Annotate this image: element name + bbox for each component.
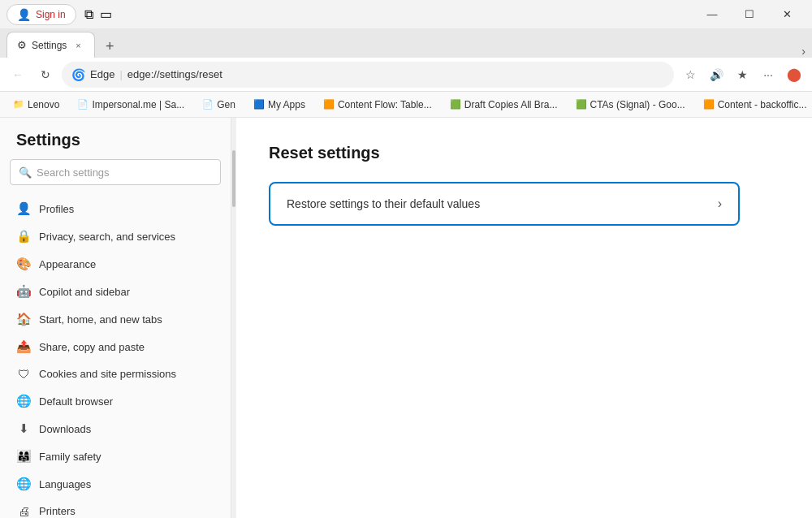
sidebar-item-default-browser[interactable]: 🌐 Default browser (0, 387, 231, 415)
bookmark-label: CTAs (Signal) - Goo... (590, 99, 685, 110)
tab-bar: ⚙ Settings × + › (0, 28, 812, 58)
sidebar-item-privacy[interactable]: 🔒 Privacy, search, and services (0, 222, 231, 250)
languages-icon: 🌐 (16, 477, 31, 491)
sidebar-item-label: Privacy, search, and services (39, 231, 175, 243)
sidebar-item-label: Copilot and sidebar (39, 286, 130, 298)
sidebar-item-appearance[interactable]: 🎨 Appearance (0, 250, 231, 278)
sidebar-item-downloads[interactable]: ⬇ Downloads (0, 415, 231, 442)
sidebar-item-cookies[interactable]: 🛡 Cookies and site permissions (0, 360, 231, 387)
tab-close-button[interactable]: × (71, 39, 84, 52)
sidebar-item-languages[interactable]: 🌐 Languages (0, 470, 231, 498)
sidebar-item-label: Cookies and site permissions (39, 368, 176, 380)
edge-logo-icon: 🌀 (71, 68, 85, 81)
search-settings-input[interactable]: 🔍 Search settings (10, 159, 221, 185)
new-tab-button[interactable]: + (98, 35, 121, 58)
sign-in-button[interactable]: 👤 Sign in (6, 4, 76, 25)
bookmark-label: Content Flow: Table... (338, 99, 432, 110)
search-icon: 🔍 (19, 166, 32, 179)
default-browser-icon: 🌐 (16, 394, 31, 408)
bookmark-gen[interactable]: 📄 Gen (196, 97, 242, 112)
bookmark-myapps[interactable]: 🟦 My Apps (247, 97, 312, 112)
sidebar-item-label: Share, copy and paste (39, 341, 145, 353)
browser-content: Settings 🔍 Search settings 👤 Profiles 🔒 … (0, 118, 812, 518)
edge-menu-button[interactable]: ⬤ (783, 63, 806, 86)
sidebar-item-start-home[interactable]: 🏠 Start, home, and new tabs (0, 305, 231, 333)
workspaces-icon[interactable]: ▭ (100, 6, 112, 22)
sidebar-item-label: Languages (39, 478, 91, 490)
bookmark-impersonal[interactable]: 📄 Impersonal.me | Sa... (71, 97, 191, 112)
add-favorites-button[interactable]: ★ (731, 63, 754, 86)
sidebar-item-printers[interactable]: 🖨 Printers (0, 498, 231, 518)
main-panel: Reset settings Restore settings to their… (236, 118, 812, 518)
more-button[interactable]: ··· (757, 63, 780, 86)
bookmark-label: My Apps (268, 99, 305, 110)
bookmark-label: Gen (217, 99, 235, 110)
copilot-icon: 🤖 (16, 284, 31, 299)
address-url: edge://settings/reset (127, 68, 222, 80)
bookmark-icon: 🟧 (703, 99, 715, 110)
bookmark-icon: 🟩 (576, 99, 587, 110)
title-bar: 👤 Sign in ⧉ ▭ — ☐ ✕ (0, 0, 812, 28)
reload-button[interactable]: ↻ (34, 63, 57, 86)
bookmark-label: Impersonal.me | Sa... (92, 99, 184, 110)
nav-bar: ← ↻ 🌀 Edge | edge://settings/reset ☆ 🔊 ★… (0, 58, 812, 92)
sidebar-item-label: Printers (39, 505, 76, 517)
sidebar-item-family-safety[interactable]: 👨‍👩‍👧 Family safety (0, 442, 231, 470)
restore-settings-label: Restore settings to their default values (287, 197, 480, 210)
restore-settings-card[interactable]: Restore settings to their default values… (269, 182, 740, 226)
close-button[interactable]: ✕ (768, 0, 806, 28)
sidebar-item-label: Family safety (39, 451, 102, 463)
collections-icon[interactable]: ⧉ (84, 7, 93, 22)
sidebar-item-share[interactable]: 📤 Share, copy and paste (0, 333, 231, 360)
tab-more-button[interactable]: › (801, 45, 806, 58)
bookmark-label: Draft Copies All Bra... (464, 99, 558, 110)
appearance-icon: 🎨 (16, 257, 31, 271)
maximize-button[interactable]: ☐ (731, 0, 768, 28)
sidebar-item-label: Downloads (39, 423, 91, 435)
cookies-icon: 🛡 (16, 367, 31, 381)
sidebar-item-label: Profiles (39, 203, 74, 215)
sidebar-item-label: Appearance (39, 258, 96, 270)
settings-tab[interactable]: ⚙ Settings × (6, 32, 95, 58)
favorites-button[interactable]: ☆ (679, 63, 702, 86)
family-safety-icon: 👨‍👩‍👧 (16, 449, 31, 464)
bookmark-label: Content - backoffic... (718, 99, 807, 110)
sidebar-item-label: Default browser (39, 395, 113, 408)
nav-right-icons: ☆ 🔊 ★ ··· ⬤ (679, 63, 806, 86)
read-aloud-button[interactable]: 🔊 (705, 63, 728, 86)
bookmark-icon: 🟧 (323, 99, 335, 110)
start-home-icon: 🏠 (16, 312, 31, 326)
bookmark-icon: 🟦 (253, 99, 265, 110)
downloads-icon: ⬇ (16, 421, 31, 436)
tab-title: Settings (32, 40, 67, 51)
bookmark-lenovo[interactable]: 📁 Lenovo (6, 97, 66, 112)
bookmark-contentflow[interactable]: 🟧 Content Flow: Table... (317, 97, 438, 112)
sign-in-label: Sign in (36, 9, 66, 20)
profiles-icon: 👤 (16, 201, 31, 216)
sidebar-scrollbar-thumb[interactable] (232, 150, 235, 207)
edge-label: Edge (90, 68, 114, 80)
sidebar-title: Settings (0, 131, 231, 159)
search-placeholder: Search settings (37, 166, 110, 179)
bookmark-content[interactable]: 🟧 Content - backoffic... (697, 97, 812, 112)
bookmark-icon: 📄 (77, 99, 89, 110)
address-bar[interactable]: 🌀 Edge | edge://settings/reset (62, 62, 674, 88)
restore-settings-arrow-icon: › (718, 196, 722, 211)
sidebar-scrollbar-track[interactable] (231, 118, 236, 518)
bookmark-draft[interactable]: 🟩 Draft Copies All Bra... (443, 97, 564, 112)
bookmark-icon: 📄 (202, 99, 214, 110)
sidebar-item-profiles[interactable]: 👤 Profiles (0, 195, 231, 222)
sign-in-icon: 👤 (17, 8, 31, 21)
bookmarks-bar: 📁 Lenovo 📄 Impersonal.me | Sa... 📄 Gen 🟦… (0, 92, 812, 118)
share-icon: 📤 (16, 339, 31, 354)
bookmark-icon: 📁 (13, 99, 24, 110)
printers-icon: 🖨 (16, 504, 31, 518)
settings-sidebar: Settings 🔍 Search settings 👤 Profiles 🔒 … (0, 118, 231, 518)
window-controls: — ☐ ✕ (693, 0, 806, 28)
minimize-button[interactable]: — (693, 0, 731, 28)
bookmark-ctas[interactable]: 🟩 CTAs (Signal) - Goo... (569, 97, 692, 112)
sidebar-item-copilot[interactable]: 🤖 Copilot and sidebar (0, 278, 231, 305)
back-button[interactable]: ← (6, 63, 29, 86)
address-separator: | (119, 68, 122, 80)
sidebar-item-label: Start, home, and new tabs (39, 313, 162, 326)
